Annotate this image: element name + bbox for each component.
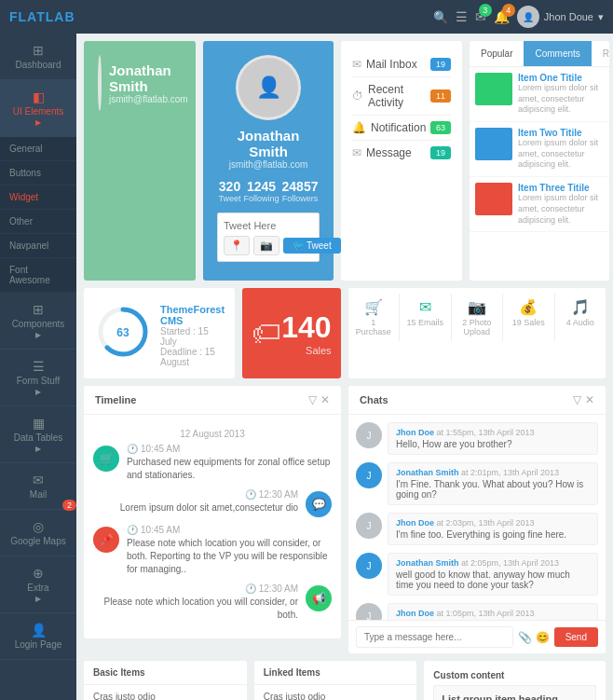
sidebar-item-widget[interactable]: Widget	[0, 185, 76, 210]
stat-tweet-num: 320	[219, 179, 241, 194]
popular-thumb-1	[475, 73, 512, 105]
sidebar-item-extra[interactable]: ⊕ Extra ▶	[0, 556, 76, 613]
expand-chats-icon[interactable]: ▽	[573, 393, 581, 406]
chat-meta-2: Jonathan Smith at 2:01pm, 13th April 201…	[396, 468, 590, 477]
widget-item-activity-badge: 11	[430, 89, 451, 103]
timeline-content-4: 🕐 12:30 AM Please note which location yo…	[93, 583, 298, 622]
location-icon[interactable]: 📍	[224, 236, 250, 255]
sidebar-item-components[interactable]: ⊞ Components ▶	[0, 293, 76, 350]
chevron-down-icon: ▾	[598, 11, 604, 23]
sidebar-item-data-tables[interactable]: ▦ Data Tables ▶	[0, 406, 76, 463]
close-chats-icon[interactable]: ✕	[585, 393, 594, 406]
stats-row: 320 Tweet 1245 Following 24857 Followers	[217, 179, 320, 203]
main-area: ⊞ Dashboard ◧ UI Elements ▶ General Butt…	[0, 34, 613, 700]
chat-sender-5: Jhon Doe	[396, 609, 434, 618]
menu-icon-wrap[interactable]: ☰	[456, 9, 468, 24]
widget-item-activity[interactable]: ⏱ Recent Activity 11	[352, 77, 451, 116]
purchase-icon-4: 💰	[508, 298, 549, 316]
sidebar-label-extra: Extra	[0, 583, 76, 593]
menu-icon: ☰	[456, 9, 468, 24]
username-label: Jhon Doue	[544, 11, 593, 22]
components-arrow-icon: ▶	[35, 331, 41, 339]
purchase-icon-5: 🎵	[560, 298, 601, 316]
timeline-time-label-3: 10:45 AM	[141, 525, 180, 535]
tab-popular[interactable]: Popular	[470, 41, 524, 66]
search-icon[interactable]: 🔍	[433, 10, 448, 24]
row-bottom-lists: Basic Items Cras justo odio Dapibus ac f…	[84, 661, 606, 700]
sidebar-item-mail[interactable]: ✉ Mail 2	[0, 463, 76, 510]
cms-deadline: Deadline : 15 August	[160, 347, 225, 367]
sidebar-label-mail: Mail	[0, 489, 76, 500]
timeline-icon-2: 💬	[306, 491, 332, 517]
widget-item-notification[interactable]: 🔔 Notification 63	[352, 116, 451, 141]
popular-text-3: Lorem ipsum dolor sit amet, consectetur …	[518, 193, 604, 226]
tweet-input[interactable]	[224, 220, 313, 231]
widget-items-card: ✉ Mail Inbox 19 ⏱ Recent Activity 11	[341, 41, 462, 281]
sidebar-item-ui-elements[interactable]: ◧ UI Elements ▶	[0, 80, 76, 137]
chat-bubble-2: Jonathan Smith at 2:01pm, 13th April 201…	[388, 462, 598, 505]
chat-meta-5: Jhon Doe at 1:05pm, 13th April 2013	[396, 609, 590, 618]
form-arrow-icon: ▶	[35, 388, 41, 396]
svg-text:63: 63	[116, 326, 129, 339]
emoji-icon[interactable]: 😊	[536, 631, 550, 644]
purchase-card: 🛒 1 Purchase ✉ 15 Emails 📷 2 Photo Uploa…	[348, 288, 606, 378]
bell-icon-wrap[interactable]: 🔔 4	[494, 9, 510, 24]
send-button[interactable]: Send	[554, 627, 598, 647]
chat-attach-icons: 📎 😊	[518, 631, 550, 644]
popular-text-1: Lorem ipsum dolor sit amet, consectetur …	[518, 83, 604, 116]
progress-circle-svg: 63	[95, 304, 151, 360]
sidebar-item-login[interactable]: 👤 Login Page	[0, 613, 76, 660]
expand-icon[interactable]: ▽	[308, 393, 317, 406]
clock-icon-4: 🕐	[245, 583, 256, 594]
sidebar-item-google-maps[interactable]: ◎ Google Maps	[0, 510, 76, 556]
user-menu[interactable]: 👤 Jhon Doue ▾	[517, 6, 604, 28]
popular-title-2: Item Two Titile	[518, 128, 604, 138]
chats-title: Chats	[360, 394, 388, 405]
chat-text-1: Hello, How are you brother?	[396, 439, 590, 449]
dashboard-icon: ⊞	[0, 43, 76, 58]
sidebar-label-components: Components	[0, 319, 76, 329]
stat-following-num: 1245	[244, 179, 279, 194]
chat-meta-1: Jhon Doe at 1:55pm, 13th April 2013	[396, 428, 590, 437]
sidebar-label-dashboard: Dashboard	[0, 60, 76, 70]
purchase-label-1: 1 Purchase	[353, 318, 394, 336]
stat-tweet-label: Tweet	[219, 194, 241, 203]
camera-icon[interactable]: 📷	[253, 236, 279, 255]
logo-lab: LAB	[46, 9, 75, 24]
row-timeline-chats: Timeline ▽ ✕ 12 August 2013 🛒 🕐	[84, 386, 606, 653]
panel-tabs: Popular Comments Recents	[470, 41, 609, 67]
sidebar-item-navpanel[interactable]: Navpanel	[0, 234, 76, 258]
chats-actions: ▽ ✕	[573, 393, 594, 406]
close-icon[interactable]: ✕	[320, 393, 330, 406]
widget-item-mail[interactable]: ✉ Mail Inbox 19	[352, 52, 451, 77]
purchase-icon-2: ✉	[404, 298, 445, 316]
row-profiles: 👤 Jonathan Smith jsmith@flatlab.com 👤 Jo…	[84, 41, 606, 281]
sidebar-item-general[interactable]: General	[0, 137, 76, 161]
envelope-icon-wrap[interactable]: ✉ 3	[475, 9, 486, 24]
ui-elements-icon: ◧	[0, 89, 76, 104]
custom-content-card: Custom content List group item heading D…	[424, 661, 606, 700]
tweet-area[interactable]: 📍 📷 🐦 Tweet	[217, 213, 320, 262]
basic-item-1[interactable]: Cras justo odio	[84, 685, 247, 700]
sidebar-item-dashboard[interactable]: ⊞ Dashboard	[0, 34, 76, 80]
sidebar-item-form-stuff[interactable]: ☰ Form Stuff ▶	[0, 350, 76, 406]
sidebar-item-other[interactable]: Other	[0, 210, 76, 234]
timeline-body: 12 August 2013 🛒 🕐 10:45 AM Purchased ne…	[84, 415, 341, 638]
circle-chart: 63	[95, 304, 151, 363]
paperclip-icon[interactable]: 📎	[518, 631, 532, 644]
tweet-button[interactable]: 🐦 Tweet	[283, 238, 341, 254]
chat-meta-4: Jonathan Smith at 2:05pm, 13th April 201…	[396, 558, 590, 568]
chat-input[interactable]	[356, 626, 513, 648]
sidebar-label-maps: Google Maps	[0, 536, 76, 546]
purchase-icon-3: 📷	[456, 298, 497, 316]
profile-card-green: 👤 Jonathan Smith jsmith@flatlab.com	[84, 41, 196, 281]
sidebar-item-font-awesome[interactable]: Font Awesome	[0, 258, 76, 293]
tab-recents[interactable]: Recents	[592, 41, 609, 66]
chat-messages: J Jhon Doe at 1:55pm, 13th April 2013 He…	[348, 415, 606, 620]
tab-comments[interactable]: Comments	[524, 41, 591, 66]
sidebar-item-buttons[interactable]: Buttons	[0, 161, 76, 185]
timeline-icon-3: 📌	[93, 527, 119, 553]
linked-item-1[interactable]: Cras justo odio	[254, 685, 417, 700]
widget-item-message[interactable]: ✉ Message 19	[352, 141, 451, 165]
mail-badge: 2	[62, 500, 76, 511]
